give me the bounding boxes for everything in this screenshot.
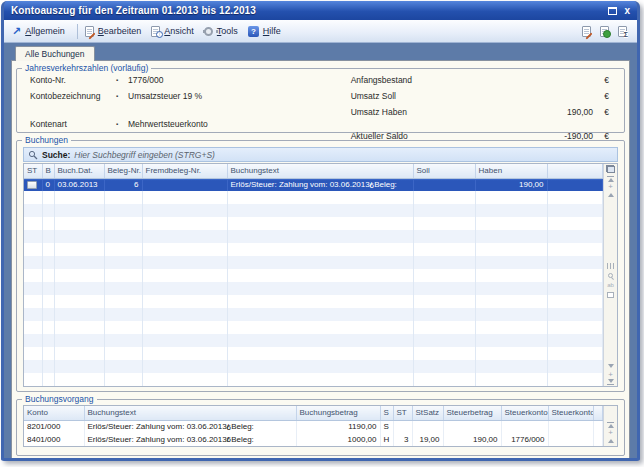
row-state-icon	[24, 178, 42, 191]
scroll-up-icon[interactable]	[608, 439, 614, 443]
field-kontenart: Kontenart ▪ Mehrwertsteuerkonto	[30, 118, 351, 130]
column-picker-icon[interactable]	[606, 165, 615, 173]
document-check-icon[interactable]	[600, 26, 609, 37]
buchungen-header-row[interactable]: ST B Buch.Dat. Beleg-Nr. Fremdbeleg-Nr. …	[24, 164, 603, 178]
table-side-toolbar: + ab +	[603, 164, 617, 386]
buchungen-table-body: 0 03.06.2013 6 Erlös/Steuer: Zahlung vom…	[24, 178, 603, 386]
empty-row-proto[interactable]	[24, 308, 603, 321]
buchungsvorgang-header-row[interactable]: Konto Buchungstext Buchungsbetrag S ST S…	[24, 406, 603, 420]
arrow-up-right-icon: ↗	[12, 26, 21, 36]
col-fremdbelegnr[interactable]: Fremdbeleg-Nr.	[142, 164, 227, 178]
insert-row-icon[interactable]: +	[608, 183, 613, 190]
field-konto-nr: Konto-Nr. ▪ 1776/000	[30, 74, 351, 86]
menu-allgemein[interactable]: ↗ Allgemein	[12, 26, 65, 36]
document-magnifier-icon	[151, 26, 160, 37]
empty-row-proto[interactable]	[24, 282, 603, 295]
col-filler	[593, 406, 603, 420]
empty-row-proto[interactable]	[24, 321, 603, 334]
col-b[interactable]: B	[42, 164, 54, 178]
append-row-icon[interactable]: +	[608, 371, 613, 378]
empty-row-proto[interactable]	[24, 204, 603, 217]
empty-row-proto[interactable]	[24, 334, 603, 347]
toolbar: ↗ Allgemein Bearbeiten Ansicht Tools ? H…	[4, 20, 637, 43]
group-legend: Buchungsvorgang	[22, 394, 97, 404]
main-panel: Jahresverkehrszahlen (vorläufig) Konto-N…	[11, 60, 630, 459]
empty-row-proto[interactable]	[24, 269, 603, 282]
col-steuerkonto-1[interactable]: Steuerkonto 1	[501, 406, 548, 420]
group-buchungen: Buchungen Suche:	[16, 135, 625, 392]
empty-row-proto[interactable]	[24, 217, 603, 230]
document-pen-icon	[85, 26, 94, 37]
field-value: 1776/000	[128, 75, 163, 85]
buchungen-table: ST B Buch.Dat. Beleg-Nr. Fremdbeleg-Nr. …	[23, 163, 618, 387]
empty-row-proto[interactable]	[24, 256, 603, 269]
maximize-icon[interactable]	[608, 7, 617, 15]
scroll-down-icon[interactable]	[608, 364, 614, 368]
menu-hilfe[interactable]: ? Hilfe	[248, 26, 281, 37]
currency-symbol: €	[599, 107, 609, 117]
table-row[interactable]: 8201/000 Erlös/Steuer: Zahlung vom: 03.0…	[24, 420, 603, 433]
gear-icon	[204, 27, 213, 36]
col-haben[interactable]: Haben	[475, 164, 547, 178]
col-s[interactable]: S	[380, 406, 393, 420]
table-row-selected[interactable]: 0 03.06.2013 6 Erlös/Steuer: Zahlung vom…	[24, 178, 603, 191]
col-st[interactable]: ST	[24, 164, 42, 178]
search-label: Suche:	[42, 150, 70, 160]
empty-row-proto[interactable]	[24, 243, 603, 256]
menu-tools[interactable]: Tools	[204, 26, 238, 36]
empty-row-proto[interactable]	[24, 191, 603, 204]
col-steuerbetrag[interactable]: Steuerbetrag	[443, 406, 501, 420]
columns-view-icon[interactable]	[607, 263, 614, 269]
col-st[interactable]: ST	[393, 406, 412, 420]
search-input[interactable]	[74, 150, 613, 160]
col-belegnr[interactable]: Beleg-Nr.	[104, 164, 142, 178]
empty-row-proto[interactable]	[24, 295, 603, 308]
col-steuerkonto-2[interactable]: Steuerkonto 2	[548, 406, 593, 420]
table-row[interactable]: 8401/000 Erlös/Steuer: Zahlung vom: 03.0…	[24, 433, 603, 446]
group-legend: Jahresverkehrszahlen (vorläufig)	[22, 63, 151, 73]
col-buchdat[interactable]: Buch.Dat.	[54, 164, 104, 178]
col-buchungsbetrag[interactable]: Buchungsbetrag	[296, 406, 380, 420]
field-value: 190,00	[461, 107, 599, 117]
rename-icon[interactable]: ab	[607, 282, 614, 288]
field-value: Mehrwertsteuerkonto	[128, 119, 208, 129]
grid-view-icon[interactable]	[607, 292, 614, 298]
col-buchungstext[interactable]: Buchungstext	[84, 406, 296, 420]
buchungsvorgang-table: Konto Buchungstext Buchungsbetrag S ST S…	[23, 405, 618, 447]
group-buchungsvorgang: Buchungsvorgang Konto Buchungstext	[16, 394, 625, 456]
document-pen-icon[interactable]	[582, 26, 591, 37]
window-title: Kontoauszug für den Zeitraum 01.2013 bis…	[11, 5, 608, 16]
scroll-bottom-icon[interactable]	[607, 379, 614, 385]
empty-row-proto[interactable]	[24, 347, 603, 360]
field-anfangsbestand: Anfangsbestand €	[351, 74, 609, 86]
content-area: Alle Buchungen Jahresverkehrszahlen (vor…	[4, 43, 637, 461]
menu-ansicht[interactable]: Ansicht	[151, 26, 194, 37]
menu-bearbeiten[interactable]: Bearbeiten	[85, 26, 142, 37]
table-side-toolbar: +	[603, 406, 617, 446]
col-buchungstext[interactable]: Buchungstext	[227, 164, 413, 178]
app-window: Kontoauszug für den Zeitraum 01.2013 bis…	[1, 1, 640, 461]
tab-alle-buchungen[interactable]: Alle Buchungen	[15, 46, 95, 61]
currency-symbol: €	[599, 91, 609, 101]
col-stsatz[interactable]: StSatz	[412, 406, 443, 420]
empty-row-proto[interactable]	[24, 360, 603, 373]
titlebar: Kontoauszug für den Zeitraum 01.2013 bis…	[4, 1, 637, 20]
grid-icon	[27, 181, 37, 189]
search-row-icon[interactable]	[608, 273, 613, 278]
bullet-icon: ▪	[116, 93, 128, 99]
close-icon[interactable]: x	[624, 6, 630, 15]
search-icon	[28, 150, 38, 160]
scroll-up-icon[interactable]	[608, 193, 614, 197]
toolbar-separator	[77, 24, 78, 39]
col-konto[interactable]: Konto	[24, 406, 84, 420]
empty-row-proto[interactable]	[24, 230, 603, 243]
insert-row-icon[interactable]: +	[608, 429, 613, 436]
empty-row-proto[interactable]	[24, 373, 603, 386]
group-jahresverkehrszahlen: Jahresverkehrszahlen (vorläufig) Konto-N…	[16, 63, 625, 133]
bullet-icon: ▪	[116, 121, 128, 127]
bullet-icon: ▪	[116, 77, 128, 83]
document-sum-icon[interactable]	[618, 26, 627, 37]
field-kontobezeichnung: Kontobezeichnung ▪ Umsatzsteuer 19 %	[30, 90, 351, 102]
field-umsatz-soll: Umsatz Soll €	[351, 90, 609, 102]
col-soll[interactable]: Soll	[413, 164, 475, 178]
